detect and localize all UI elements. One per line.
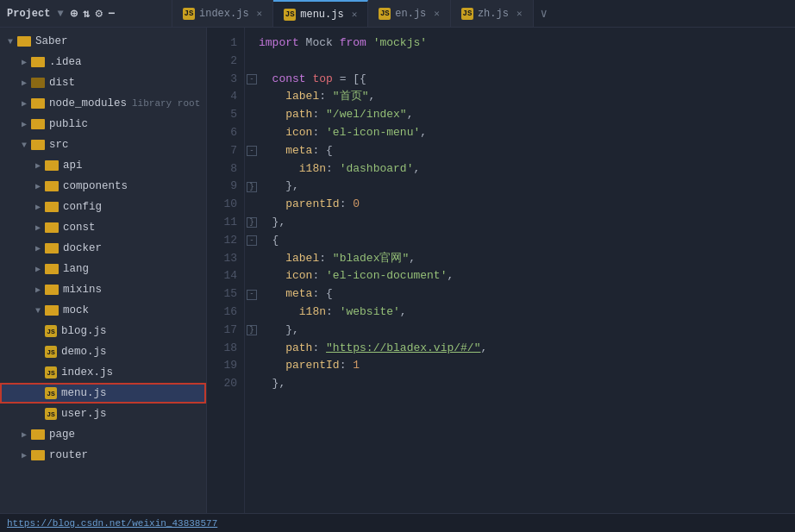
tree-item-demo-js[interactable]: JS demo.js: [0, 341, 206, 362]
code-line: import Mock from 'mockjs': [259, 34, 795, 53]
tree-label: page: [49, 429, 75, 441]
tree-item-dist[interactable]: ▶ dist: [0, 72, 206, 93]
fold-button[interactable]: }: [247, 182, 257, 192]
code-line: } },: [259, 322, 795, 340]
tree-label: docker: [63, 242, 102, 254]
tree-label: menu.js: [61, 387, 107, 399]
code-line: label: "首页",: [259, 88, 795, 106]
fold-button[interactable]: -: [247, 290, 257, 300]
sort-icon[interactable]: ⇅: [83, 6, 90, 21]
tree-item-page[interactable]: ▶ page: [0, 424, 206, 445]
add-icon[interactable]: ⊕: [71, 6, 78, 21]
tree-item-blog-js[interactable]: JS blog.js: [0, 321, 206, 341]
expand-arrow: ▶: [31, 264, 45, 274]
expand-arrow: ▶: [17, 78, 31, 88]
tree-label: public: [49, 118, 88, 130]
tree-item-index-js[interactable]: JS index.js: [0, 362, 206, 383]
folder-icon: [31, 78, 45, 88]
fold-button[interactable]: }: [247, 325, 257, 335]
collapse-icon[interactable]: −: [108, 7, 115, 21]
tree-item-const[interactable]: ▶ const: [0, 217, 206, 238]
expand-arrow: ▶: [17, 429, 31, 440]
code-line: - const top = [{: [259, 71, 795, 89]
tab-label: index.js: [199, 8, 249, 20]
tab-label: menu.js: [300, 9, 343, 21]
tab-close-icon[interactable]: ✕: [352, 9, 358, 20]
tree-item-components[interactable]: ▶ components: [0, 176, 206, 197]
code-line: path: "https://bladex.vip/#/",: [259, 340, 795, 358]
tree-item-public[interactable]: ▶ public: [0, 114, 206, 135]
status-url[interactable]: https://blog.csdn.net/weixin_43838577: [7, 518, 217, 529]
tree-label: dist: [49, 77, 75, 89]
js-file-icon: JS: [284, 9, 296, 21]
code-line: i18n: 'dashboard',: [259, 160, 795, 178]
tree-label: components: [63, 180, 128, 192]
tree-label: config: [63, 201, 102, 213]
folder-icon: [45, 243, 59, 253]
tree-label: user.js: [61, 408, 107, 420]
tab-zh-js[interactable]: JS zh.js ✕: [451, 0, 534, 27]
fold-button[interactable]: -: [247, 235, 257, 246]
settings-icon[interactable]: ⚙: [96, 6, 103, 21]
main-content: ▼ Saber ▶ .idea ▶ dist ▶ node_modules li…: [0, 28, 795, 513]
editor-tabs: JS index.js ✕ JS menu.js ✕ JS en.js ✕ JS…: [172, 0, 795, 27]
expand-arrow: ▶: [17, 119, 31, 129]
tree-item-src[interactable]: ▼ src: [0, 135, 206, 155]
tree-label: demo.js: [61, 346, 107, 358]
tree-item-docker[interactable]: ▶ docker: [0, 238, 206, 259]
tree-item-api[interactable]: ▶ api: [0, 155, 206, 176]
tab-en-js[interactable]: JS en.js ✕: [368, 0, 451, 27]
tree-item-saber[interactable]: ▼ Saber: [0, 31, 206, 52]
tab-index-js[interactable]: JS index.js ✕: [172, 0, 273, 27]
tree-item-router[interactable]: ▶ router: [0, 445, 206, 466]
tree-item-idea[interactable]: ▶ .idea: [0, 52, 206, 72]
expand-arrow: ▶: [17, 57, 31, 67]
tree-item-mixins[interactable]: ▶ mixins: [0, 279, 206, 300]
js-file-icon: JS: [183, 8, 195, 20]
tab-close-icon[interactable]: ✕: [516, 8, 523, 19]
tree-label: const: [63, 222, 96, 234]
code-line: - meta: {: [259, 142, 795, 160]
expand-arrow: ▶: [17, 98, 31, 109]
status-bar: https://blog.csdn.net/weixin_43838577: [0, 513, 795, 532]
tab-bar: Project ▼ ⊕ ⇅ ⚙ − JS index.js ✕ JS menu.…: [0, 0, 795, 28]
tab-close-icon[interactable]: ✕: [257, 8, 263, 19]
tree-item-node-modules[interactable]: ▶ node_modules library root: [0, 93, 206, 114]
tree-label: api: [63, 160, 83, 172]
tab-close-icon[interactable]: ✕: [434, 8, 440, 19]
tree-label: mock: [63, 304, 89, 316]
js-file-icon: JS: [45, 346, 57, 358]
folder-icon: [31, 119, 45, 129]
fold-button[interactable]: -: [247, 74, 257, 84]
folder-icon: [31, 450, 45, 460]
tabs-overflow-icon[interactable]: ∨: [534, 6, 554, 21]
js-file-icon: JS: [45, 408, 57, 420]
code-line: } },: [259, 214, 795, 232]
tree-item-menu-js[interactable]: JS menu.js: [0, 383, 206, 404]
code-line: [259, 53, 795, 71]
project-toolbar: ⊕ ⇅ ⚙ −: [71, 6, 116, 21]
expand-arrow: ▶: [31, 160, 45, 171]
code-editor[interactable]: 1 2 3 4 5 6 7 8 9 10 11 12 13 14 15 16 1…: [207, 28, 795, 513]
expand-arrow: ▶: [31, 181, 45, 191]
code-line: label: "bladex官网",: [259, 250, 795, 268]
tree-label: blog.js: [61, 325, 107, 337]
tree-item-config[interactable]: ▶ config: [0, 197, 206, 217]
fold-button[interactable]: -: [247, 146, 257, 156]
code-line: parentId: 1: [259, 357, 795, 375]
tree-label: mixins: [63, 284, 102, 296]
tree-label: lang: [63, 263, 89, 275]
folder-icon: [17, 36, 31, 47]
folder-icon: [45, 160, 59, 171]
js-file-icon: JS: [45, 366, 57, 379]
folder-icon: [45, 264, 59, 274]
folder-icon: [45, 285, 59, 295]
folder-icon: [31, 57, 45, 67]
fold-button[interactable]: }: [247, 217, 257, 228]
folder-icon: [45, 222, 59, 233]
tab-menu-js[interactable]: JS menu.js ✕: [273, 0, 368, 27]
tree-item-user-js[interactable]: JS user.js: [0, 404, 206, 424]
tree-item-mock[interactable]: ▼ mock: [0, 300, 206, 321]
js-file-icon: JS: [461, 8, 473, 20]
tree-item-lang[interactable]: ▶ lang: [0, 259, 206, 279]
